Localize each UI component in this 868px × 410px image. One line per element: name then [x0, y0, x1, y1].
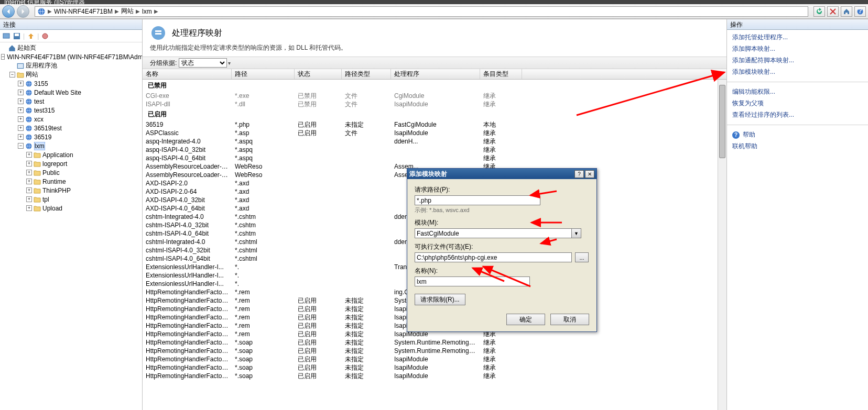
scrollbar-thumb[interactable] — [719, 85, 725, 158]
request-path-hint: 示例: *.bas, wsvc.axd — [415, 206, 589, 214]
window-titlebar: Internet 信息服务 (IIS)管理器 — [0, 0, 868, 4]
tree-site-36519[interactable]: +36519 — [18, 132, 142, 141]
cancel-button[interactable]: 取消 — [550, 314, 589, 325]
connect-icon[interactable] — [2, 32, 10, 40]
crumb-host[interactable]: WIN-NRF4E4F71BM — [54, 8, 113, 15]
table-row[interactable]: aspq-ISAPI-4.0_64bit*.aspq继承 — [143, 154, 726, 162]
page-title: 处理程序映射 — [172, 28, 222, 39]
tree-site-lxm[interactable]: −lxm — [18, 141, 142, 150]
module-combo[interactable] — [415, 228, 572, 238]
request-restrictions-button[interactable]: 请求限制(R)... — [415, 294, 465, 305]
tree-site-test315[interactable]: +test315 — [18, 106, 142, 115]
col-name[interactable]: 名称 — [143, 69, 232, 79]
table-row[interactable]: ASPClassic*.asp已启用文件IsapiModule继承 — [143, 129, 726, 137]
content-panel: 处理程序映射 使用此功能指定处理特定请求类型的响应的资源，如 DLL 和托管代码… — [143, 19, 726, 410]
table-row[interactable]: HttpRemotingHandlerFactor...*.soap已启用未指定… — [143, 363, 726, 372]
tree-start-page[interactable]: 起始页 — [1, 43, 142, 52]
settings-icon[interactable] — [41, 32, 49, 40]
tree-site-36519test[interactable]: +36519test — [18, 124, 142, 132]
col-pathtype[interactable]: 路径类型 — [342, 69, 391, 79]
folder-icon — [33, 160, 41, 168]
home-button[interactable] — [841, 6, 852, 17]
table-row[interactable]: HttpRemotingHandlerFactor...*.soap已启用未指定… — [143, 338, 726, 347]
tree-site-xcx[interactable]: +xcx — [18, 115, 142, 124]
action-link[interactable]: 添加通配符脚本映射... — [732, 56, 863, 65]
dialog-title: 添加模块映射 — [409, 170, 447, 179]
back-button[interactable] — [2, 5, 15, 18]
tree-folder-ThinkPHP[interactable]: +ThinkPHP — [26, 186, 142, 195]
col-path[interactable]: 路径 — [232, 69, 295, 79]
tree-site-Default Web Site[interactable]: +Default Web Site — [18, 88, 142, 97]
handler-mappings-icon — [150, 25, 167, 41]
group-header[interactable]: 已启用 — [143, 108, 726, 120]
group-by-label: 分组依据: — [150, 59, 177, 68]
table-row[interactable]: HttpRemotingHandlerFactor...*.soap已启用未指定… — [143, 355, 726, 363]
ok-button[interactable]: 确定 — [506, 314, 545, 325]
tree-folder-Upload[interactable]: +Upload — [26, 204, 142, 213]
table-row[interactable]: HttpRemotingHandlerFactor...*.soap已启用未指定… — [143, 372, 726, 380]
refresh-button[interactable] — [813, 6, 825, 17]
folder-icon — [33, 178, 41, 186]
executable-input[interactable] — [415, 252, 572, 262]
col-handler[interactable]: 处理程序 — [391, 69, 480, 79]
action-link[interactable]: 添加脚本映射... — [732, 45, 863, 53]
col-state[interactable]: 状态 — [295, 69, 342, 79]
connections-header: 连接 — [0, 19, 142, 30]
folder-icon — [33, 169, 41, 177]
dialog-close-button[interactable]: ✕ — [585, 170, 594, 178]
online-help-link[interactable]: 联机帮助 — [732, 142, 863, 151]
group-by-select[interactable]: 状态 — [179, 58, 227, 68]
name-input[interactable] — [415, 276, 530, 286]
globe-icon — [25, 133, 33, 141]
crumb-site[interactable]: lxm — [142, 8, 152, 15]
browse-button[interactable]: ... — [575, 252, 589, 262]
folder-icon — [16, 71, 25, 79]
tree-site-3155[interactable]: +3155 — [18, 79, 142, 88]
help-button[interactable]: ? — [854, 6, 866, 17]
tree-server[interactable]: −WIN-NRF4E4F71BM (WIN-NRF4E4F71BM\Admini — [1, 52, 142, 61]
action-link[interactable]: 编辑功能权限... — [732, 87, 863, 96]
dialog-titlebar[interactable]: 添加模块映射 ? ✕ — [407, 169, 596, 179]
help-link[interactable]: 帮助 — [743, 130, 755, 139]
action-link[interactable]: 恢复为父项 — [732, 99, 863, 108]
crumb-sites[interactable]: 网站 — [121, 7, 134, 16]
breadcrumb-bar[interactable]: ▶ WIN-NRF4E4F71BM ▶ 网站 ▶ lxm ▶ — [35, 6, 808, 17]
tree-folder-logreport[interactable]: +logreport — [26, 159, 142, 168]
globe-icon — [25, 97, 33, 106]
tree-apppool[interactable]: 应用程序池 — [9, 61, 142, 70]
table-row[interactable]: ISAPI-dll*.dll已禁用文件IsapiModule继承 — [143, 100, 726, 108]
table-row[interactable]: aspq-ISAPI-4.0_32bit*.aspq继承 — [143, 146, 726, 154]
globe-icon — [25, 115, 33, 124]
request-path-input[interactable] — [415, 195, 540, 205]
tree-folder-tpl[interactable]: +tpl — [26, 195, 142, 204]
action-link[interactable]: 添加模块映射... — [732, 68, 863, 76]
table-row[interactable]: aspq-Integrated-4.0*.aspqddenH...继承 — [143, 137, 726, 146]
module-label: 模块(M): — [415, 218, 589, 227]
folder-icon — [33, 204, 41, 213]
dialog-help-button[interactable]: ? — [574, 170, 584, 178]
tree-folder-Public[interactable]: +Public — [26, 168, 142, 177]
tree-folder-Application[interactable]: +Application — [26, 150, 142, 159]
col-entrytype[interactable]: 条目类型 — [480, 69, 522, 79]
action-link[interactable]: 添加托管处理程序... — [732, 33, 863, 42]
connections-panel: 连接 | | 起始页 −WIN-NRF4E4F71BM (WIN-NRF4E4F… — [0, 19, 143, 410]
module-dropdown-button[interactable]: ▼ — [572, 228, 581, 238]
tree-sites[interactable]: −网站 — [9, 70, 142, 79]
tree-site-test[interactable]: +test — [18, 97, 142, 106]
forward-button[interactable] — [17, 5, 29, 18]
table-row[interactable]: 36519*.php已启用未指定FastCgiModule本地 — [143, 120, 726, 129]
save-icon[interactable] — [13, 32, 21, 40]
stop-button[interactable] — [827, 6, 839, 17]
svg-rect-12 — [17, 63, 23, 68]
table-row[interactable]: CGI-exe*.exe已禁用文件CgiModule继承 — [143, 92, 726, 100]
nav-toolbar: ▶ WIN-NRF4E4F71BM ▶ 网站 ▶ lxm ▶ ? — [0, 4, 868, 19]
up-icon[interactable] — [27, 32, 35, 40]
grid-header[interactable]: 名称 路径 状态 路径类型 处理程序 条目类型 — [143, 69, 726, 80]
folder-icon — [33, 186, 41, 195]
grid-scrollbar[interactable] — [718, 69, 726, 410]
group-header[interactable]: 已禁用 — [143, 80, 726, 92]
action-link[interactable]: 查看经过排序的列表... — [732, 110, 863, 119]
table-row[interactable]: HttpRemotingHandlerFactor...*.soap已启用未指定… — [143, 347, 726, 355]
tree-folder-Runtime[interactable]: +Runtime — [26, 177, 142, 186]
connections-tree[interactable]: 起始页 −WIN-NRF4E4F71BM (WIN-NRF4E4F71BM\Ad… — [0, 42, 142, 410]
